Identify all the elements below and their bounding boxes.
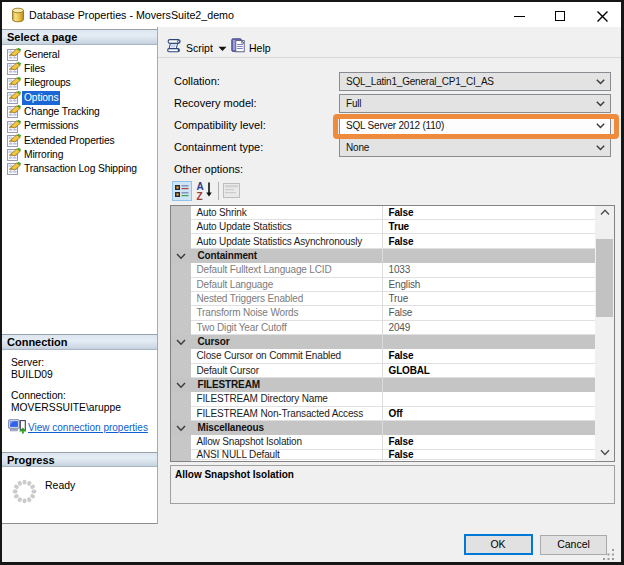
svg-text:Z: Z — [197, 191, 203, 202]
